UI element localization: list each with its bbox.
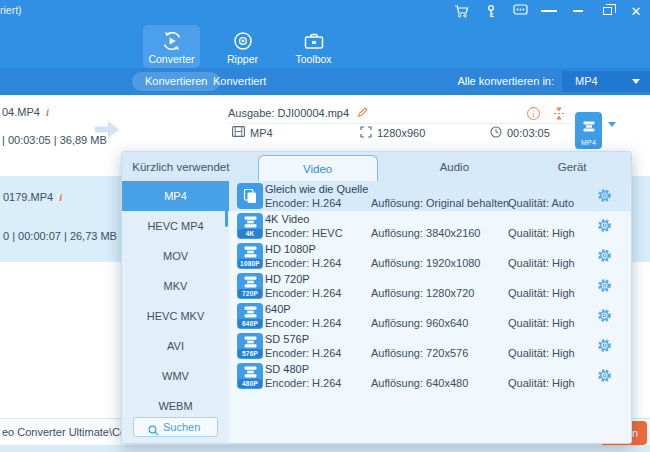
window-title: riert)	[0, 4, 22, 16]
copy-pages-icon	[237, 183, 263, 209]
preset-row[interactable]: 1080P HD 1080P Encoder: H.264 Auflösung:…	[229, 241, 631, 271]
sidebar-format-item[interactable]: MOV	[122, 241, 229, 271]
preset-title: Gleich wie die Quelle	[265, 183, 368, 195]
feedback-icon[interactable]	[512, 3, 528, 19]
sidebar-format-label: WMV	[162, 370, 189, 382]
app-window: riert) ✕ Converter	[0, 0, 650, 452]
preset-resolution: Auflösung: 720x576	[371, 347, 468, 359]
file-row-2-name: 0179.MP4 i	[3, 191, 62, 203]
file-name: 0179.MP4	[3, 191, 53, 203]
preset-encoder: Encoder: H.264	[265, 257, 341, 269]
expand-icon	[360, 126, 372, 140]
format-panel-tab[interactable]: Audio	[396, 152, 514, 181]
minimize-button[interactable]	[570, 3, 586, 19]
close-button[interactable]: ✕	[628, 3, 644, 19]
clock-icon	[490, 126, 502, 140]
compress-icon[interactable]	[552, 106, 566, 125]
settings-gear-icon[interactable]	[597, 368, 612, 387]
preset-quality: Qualität: Auto	[508, 197, 574, 209]
bottom-strip	[0, 445, 650, 452]
subnav: Konvertieren Konvertiert Alle konvertier…	[0, 68, 650, 95]
container-format-sidebar: MP4 HEVC MP4 MOV MKV	[122, 181, 229, 444]
sidebar-format-item[interactable]: MP4	[122, 181, 229, 211]
settings-gear-icon[interactable]	[597, 218, 612, 237]
settings-gear-icon[interactable]	[597, 188, 612, 207]
search-icon	[148, 422, 159, 440]
sidebar-format-label: MOV	[163, 250, 188, 262]
converter-icon	[161, 29, 183, 53]
tab-konvertiert[interactable]: Konvertiert	[213, 72, 266, 91]
settings-gear-icon[interactable]	[597, 338, 612, 357]
resolution-badge: 1080P	[238, 259, 262, 268]
preset-quality: Qualität: High	[508, 287, 575, 299]
tab-converter[interactable]: Converter	[143, 25, 200, 68]
preset-row[interactable]: 4K 4K Video Encoder: HEVC Auflösung: 384…	[229, 211, 631, 241]
preset-title: 4K Video	[265, 213, 309, 225]
film-reel-icon	[237, 366, 263, 378]
sidebar-format-label: HEVC MKV	[147, 310, 204, 322]
preset-format-icon: 4K	[237, 213, 263, 239]
resolution-badge: 480P	[238, 379, 262, 388]
format-panel-tab[interactable]: Video	[258, 155, 378, 181]
format-search-box[interactable]	[133, 417, 218, 437]
tab-toolbox[interactable]: Toolbox	[285, 25, 342, 68]
search-input[interactable]	[161, 420, 213, 434]
sidebar-format-item[interactable]: WMV	[122, 361, 229, 391]
preset-quality: Qualität: High	[508, 377, 575, 389]
preset-row[interactable]: 640P 640P Encoder: H.264 Auflösung: 960x…	[229, 301, 631, 331]
preset-title: 640P	[265, 303, 291, 315]
file-name: 04.MP4	[2, 106, 40, 118]
sidebar-format-label: WEBM	[158, 400, 192, 412]
film-reel-icon	[583, 118, 595, 136]
output-format-button[interactable]: MP4	[575, 112, 602, 149]
output-name-text: Ausgabe: DJI00004.mp4	[228, 107, 349, 119]
menu-icon[interactable]	[541, 3, 557, 19]
output-info-icon[interactable]: i	[527, 107, 540, 120]
sidebar-format-item[interactable]: AVI	[122, 331, 229, 361]
preset-resolution: Auflösung: 640x480	[371, 377, 468, 389]
settings-gear-icon[interactable]	[597, 278, 612, 297]
output-format-caret[interactable]	[608, 127, 616, 145]
file-info-icon[interactable]: i	[59, 191, 62, 203]
format-panel-tab[interactable]: Gerät	[513, 152, 631, 181]
sidebar-scrollbar[interactable]	[225, 183, 228, 227]
preset-row[interactable]: Gleich wie die Quelle Encoder: H.264 Auf…	[229, 181, 631, 211]
tab-toolbox-label: Toolbox	[295, 53, 331, 65]
preset-quality: Qualität: High	[508, 227, 575, 239]
preset-resolution: Auflösung: 3840x2160	[371, 227, 480, 239]
cart-icon[interactable]	[454, 3, 470, 19]
sidebar-format-item[interactable]: MKV	[122, 271, 229, 301]
preset-format-icon: 1080P	[237, 243, 263, 269]
sidebar-format-label: AVI	[167, 340, 184, 352]
key-icon[interactable]	[483, 3, 499, 19]
tab-ripper[interactable]: Ripper	[214, 25, 271, 68]
preset-row[interactable]: 480P SD 480P Encoder: H.264 Auflösung: 6…	[229, 361, 631, 391]
format-panel-tab[interactable]: Kürzlich verwendet	[122, 152, 240, 181]
sidebar-format-item[interactable]: HEVC MP4	[122, 211, 229, 241]
settings-gear-icon[interactable]	[597, 308, 612, 327]
preset-format-icon: 576P	[237, 333, 263, 359]
restore-button[interactable]	[599, 3, 615, 19]
preset-resolution: Auflösung: 1280x720	[371, 287, 474, 299]
edit-pencil-icon[interactable]	[356, 106, 368, 120]
resolution-badge: 576P	[238, 349, 262, 358]
film-reel-icon	[237, 336, 263, 348]
film-reel-icon	[237, 276, 263, 288]
tab-ripper-label: Ripper	[227, 53, 258, 65]
film-reel-icon	[237, 306, 263, 318]
tab-converter-label: Converter	[148, 53, 194, 65]
preset-format-icon	[237, 183, 263, 209]
tab-konvertieren[interactable]: Konvertieren	[132, 72, 220, 91]
window-controls: ✕	[454, 0, 644, 22]
sidebar-format-item[interactable]: HEVC MKV	[122, 301, 229, 331]
preset-row[interactable]: 576P SD 576P Encoder: H.264 Auflösung: 7…	[229, 331, 631, 361]
format-panel-tab-label: Gerät	[558, 161, 587, 173]
format-panel: Kürzlich verwendet Video Audio Gerät	[121, 151, 632, 444]
file-info-icon[interactable]: i	[46, 106, 49, 118]
preset-format-icon: 480P	[237, 363, 263, 389]
preset-row[interactable]: 720P HD 720P Encoder: H.264 Auflösung: 1…	[229, 271, 631, 301]
convert-all-format-dropdown[interactable]: MP4	[562, 71, 650, 92]
settings-gear-icon[interactable]	[597, 248, 612, 267]
preset-title: SD 576P	[265, 333, 309, 345]
preset-encoder: Encoder: H.264	[265, 287, 341, 299]
